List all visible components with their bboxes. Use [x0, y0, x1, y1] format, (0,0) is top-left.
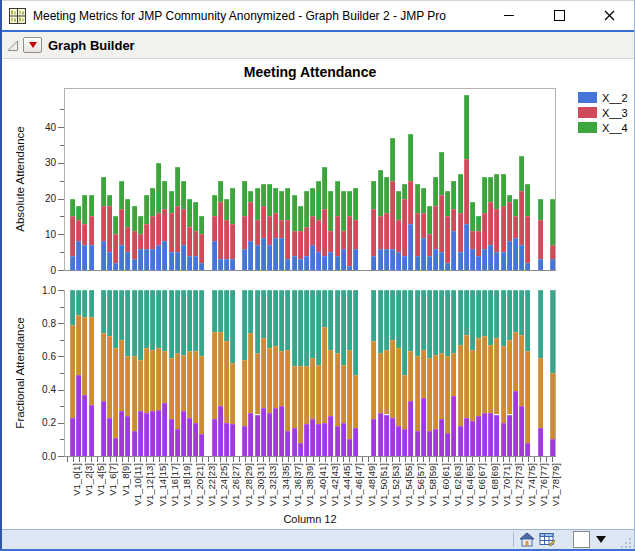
- x-axis-tick: [423, 457, 424, 462]
- legend-label: X__4: [602, 122, 628, 134]
- legend-label: X__2: [602, 92, 628, 104]
- x-axis-tick: [399, 457, 400, 462]
- x-axis-tick-label: V1_32[33]: [268, 463, 278, 506]
- y-axis-title-absolute: Absolute Attendance: [14, 88, 28, 271]
- x-axis-tick-label: V1_78[79]: [551, 463, 561, 506]
- y-axis-tick-label: 20: [32, 193, 56, 204]
- x-axis-tick-label: V1_58[59]: [428, 463, 438, 506]
- x-axis-tick: [269, 457, 270, 462]
- legend-item[interactable]: X__4: [578, 120, 634, 135]
- x-axis-tick: [263, 457, 264, 462]
- x-axis-tick: [110, 457, 111, 462]
- window-title: Meeting Metrics for JMP Community Anonym…: [33, 9, 446, 23]
- x-axis-tick: [159, 457, 160, 462]
- x-axis-tick-label: V1_30[31]: [256, 463, 266, 506]
- dropdown-arrow-icon[interactable]: [596, 536, 606, 543]
- x-axis-tick: [454, 457, 455, 462]
- y-axis-tick-label: 40: [32, 122, 56, 133]
- x-axis-tick-label: V1_12[13]: [145, 463, 155, 506]
- x-axis-tick: [226, 457, 227, 462]
- x-axis-tick: [233, 457, 234, 462]
- x-axis-tick: [288, 457, 289, 462]
- status-bar: [2, 529, 634, 549]
- y-axis-tick-label: 0.8: [32, 318, 56, 329]
- minimize-icon: [504, 15, 514, 16]
- x-axis-tick-label: V1_10[11]: [133, 463, 143, 506]
- x-axis-tick: [134, 457, 135, 462]
- x-axis-tick-label: V1_66[67]: [477, 463, 487, 506]
- red-triangle-menu-button[interactable]: [23, 37, 42, 53]
- y-axis-tick-label: 0.2: [32, 417, 56, 428]
- resize-grip[interactable]: [620, 537, 632, 549]
- legend-label: X__3: [602, 107, 628, 119]
- legend-swatch-x3: [578, 107, 597, 118]
- x-axis-tick-label: V1_60[61]: [441, 463, 451, 506]
- x-axis-tick: [177, 457, 178, 462]
- y-axis-tick-label: 0.4: [32, 384, 56, 395]
- x-axis-tick: [546, 457, 547, 462]
- maximize-button[interactable]: [534, 1, 584, 30]
- x-axis-tick: [392, 457, 393, 462]
- x-axis-tick: [245, 457, 246, 462]
- x-axis-tick: [540, 457, 541, 462]
- x-axis-tick: [128, 457, 129, 462]
- x-axis-tick: [276, 457, 277, 462]
- x-axis-tick-label: V1_42[43]: [330, 463, 340, 506]
- x-axis-tick-label: V1_38[39]: [305, 463, 315, 506]
- x-axis-tick-label: V1_0[1]: [72, 463, 82, 496]
- window-titlebar[interactable]: Meeting Metrics for JMP Community Anonym…: [2, 1, 634, 30]
- x-axis-tick-label: V1_74[75]: [527, 463, 537, 506]
- close-button[interactable]: [584, 1, 634, 30]
- x-axis-tick-label: V1_24[25]: [219, 463, 229, 506]
- x-axis-tick-label: V1_46[47]: [354, 463, 364, 506]
- legend-item[interactable]: X__2: [578, 90, 634, 105]
- x-axis-tick: [436, 457, 437, 462]
- x-axis-tick: [67, 457, 68, 462]
- x-axis-tick-label: V1_52[53]: [391, 463, 401, 506]
- x-axis-tick: [319, 457, 320, 462]
- data-table-edit-icon[interactable]: [539, 532, 555, 547]
- statusbar-checkbox[interactable]: [573, 531, 590, 548]
- x-axis-tick: [411, 457, 412, 462]
- red-triangle-icon: [29, 42, 37, 48]
- x-axis-tick: [282, 457, 283, 462]
- x-axis-tick: [331, 457, 332, 462]
- x-axis-tick: [202, 457, 203, 462]
- x-axis-tick-label: V1_70[71]: [502, 463, 512, 506]
- x-axis-tick: [380, 457, 381, 462]
- chart-legend: X__2 X__3 X__4: [578, 90, 634, 135]
- x-axis-tick: [552, 457, 553, 462]
- x-axis-tick: [417, 457, 418, 462]
- x-axis-tick-label: V1_72[73]: [514, 463, 524, 506]
- x-axis-tick-label: V1_28[29]: [244, 463, 254, 506]
- x-axis-tick: [528, 457, 529, 462]
- home-icon[interactable]: [519, 532, 535, 547]
- x-axis-tick-label: V1_22[23]: [207, 463, 217, 506]
- x-axis-title: Column 12: [64, 513, 556, 525]
- x-axis-tick: [196, 457, 197, 462]
- legend-swatch-x4: [578, 122, 597, 133]
- minimize-button[interactable]: [484, 1, 534, 30]
- jmp-data-table-icon[interactable]: [9, 8, 26, 24]
- x-axis-tick: [91, 457, 92, 462]
- x-axis-tick: [343, 457, 344, 462]
- collapse-triangle-icon[interactable]: [6, 39, 19, 52]
- x-axis-tick: [509, 457, 510, 462]
- x-axis-tick-label: V1_44[45]: [342, 463, 352, 506]
- legend-swatch-x2: [578, 92, 597, 103]
- x-axis-tick: [103, 457, 104, 462]
- x-axis-tick: [313, 457, 314, 462]
- x-axis-tick: [300, 457, 301, 462]
- report-header: Graph Builder: [2, 32, 634, 59]
- x-axis-tick: [85, 457, 86, 462]
- absolute-attendance-plot[interactable]: [64, 88, 556, 271]
- x-axis-tick: [306, 457, 307, 462]
- x-axis-tick: [472, 457, 473, 462]
- x-axis-tick: [171, 457, 172, 462]
- x-axis-tick: [337, 457, 338, 462]
- fractional-attendance-plot[interactable]: [64, 290, 556, 457]
- x-axis-tick-label: V1_14[15]: [158, 463, 168, 506]
- legend-item[interactable]: X__3: [578, 105, 634, 120]
- y-axis-tick-label: 30: [32, 157, 56, 168]
- x-axis-tick-label: V1_4[5]: [96, 463, 106, 496]
